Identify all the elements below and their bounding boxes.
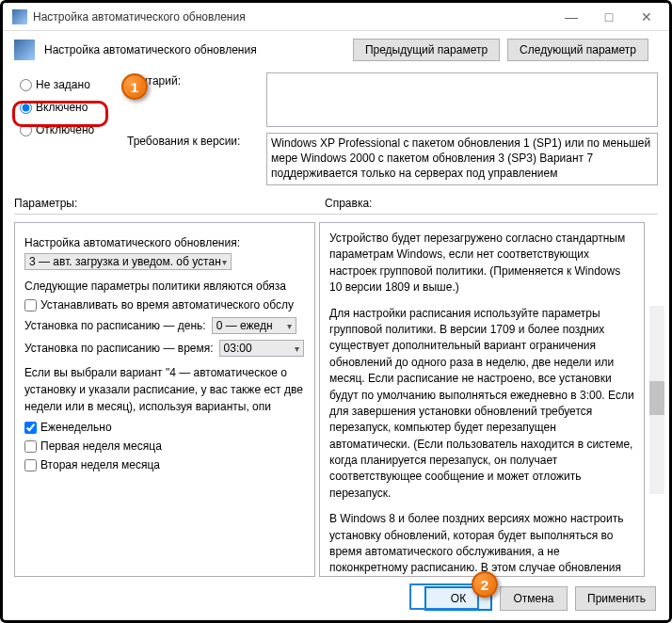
- policy-icon: [14, 40, 35, 60]
- param-option4-note: Если вы выбрали вариант "4 — автоматичес…: [24, 364, 307, 415]
- titlebar: Настройка автоматического обновления — □…: [3, 3, 669, 31]
- annotation-marker-1: 1: [121, 73, 148, 100]
- chk-second-week[interactable]: Вторая неделя месяца: [24, 458, 307, 471]
- chk-first-week-label: Первая неделя месяца: [40, 439, 162, 453]
- help-label: Справка:: [325, 197, 658, 210]
- footer: ОК Отмена Применить: [3, 577, 669, 620]
- chk-weekly[interactable]: Еженедельно: [24, 421, 307, 434]
- minimize-button[interactable]: —: [552, 3, 590, 31]
- scrollbar-thumb[interactable]: [649, 381, 664, 415]
- policy-title: Настройка автоматического обновления: [44, 43, 344, 56]
- close-button[interactable]: ✕: [628, 3, 665, 31]
- chevron-down-icon: ▾: [295, 343, 299, 354]
- chk-first-week-input[interactable]: [24, 440, 37, 453]
- param-mandatory-note: Следующие параметры политики являются об…: [24, 280, 307, 293]
- chk-install-during-maintenance[interactable]: Устанавливать во время автоматического о…: [24, 298, 307, 312]
- app-icon: [12, 9, 27, 24]
- chk-second-week-label: Вторая неделя месяца: [40, 458, 160, 471]
- help-para-2: Для настройки расписания используйте пар…: [329, 306, 634, 503]
- params-label: Параметры:: [14, 197, 325, 210]
- next-setting-button[interactable]: Следующий параметр: [507, 39, 648, 61]
- help-pane[interactable]: Устройство будет перезагружено согласно …: [319, 222, 645, 577]
- radio-disabled[interactable]: Отключено: [20, 123, 121, 136]
- maximize-button[interactable]: □: [590, 3, 628, 31]
- chk-install-during-maintenance-input[interactable]: [24, 299, 37, 312]
- radio-not-configured-label: Не задано: [36, 78, 90, 91]
- schedule-day-combo[interactable]: 0 — ежедн ▾: [212, 317, 296, 334]
- help-para-1: Устройство будет перезагружено согласно …: [329, 231, 634, 296]
- update-config-value: 3 — авт. загрузка и уведом. об устан: [29, 255, 221, 268]
- radio-disabled-label: Отключено: [36, 123, 94, 136]
- radio-disabled-input[interactable]: [20, 124, 32, 136]
- version-text: Windows XP Professional с пакетом обновл…: [271, 136, 650, 180]
- schedule-day-value: 0 — ежедн: [216, 319, 273, 332]
- chk-second-week-input[interactable]: [24, 459, 37, 471]
- version-label: Требования к версии:: [127, 133, 259, 185]
- apply-button[interactable]: Применить: [575, 586, 656, 611]
- radio-not-configured-input[interactable]: [20, 79, 32, 91]
- help-para-3: В Windows 8 и более поздних версиях можн…: [329, 511, 634, 577]
- comment-input[interactable]: [266, 72, 658, 127]
- schedule-time-combo[interactable]: 03:00 ▾: [219, 340, 304, 357]
- header: Настройка автоматического обновления Пре…: [3, 31, 669, 69]
- param-schedule-time-label: Установка по расписанию — время:: [24, 342, 214, 355]
- chevron-down-icon: ▾: [222, 257, 227, 267]
- version-requirements[interactable]: Windows XP Professional с пакетом обновл…: [266, 133, 658, 185]
- param-schedule-day-label: Установка по расписанию — день:: [24, 319, 206, 332]
- comment-label: ментарий:: [127, 72, 259, 127]
- chevron-down-icon: ▾: [287, 321, 292, 331]
- outer-scrollbar[interactable]: [648, 222, 665, 577]
- annotation-marker-2: 2: [472, 571, 498, 598]
- schedule-time-value: 03:00: [224, 342, 252, 355]
- radio-enabled-input[interactable]: [20, 102, 32, 114]
- window-title: Настройка автоматического обновления: [33, 10, 552, 24]
- radio-not-configured[interactable]: Не задано: [20, 78, 121, 91]
- radio-enabled-label: Включено: [36, 101, 88, 114]
- scrollbar-track[interactable]: [649, 306, 664, 494]
- chk-weekly-input[interactable]: [24, 422, 37, 434]
- chk-install-during-maintenance-label: Устанавливать во время автоматического о…: [40, 298, 294, 312]
- update-config-combo[interactable]: 3 — авт. загрузка и уведом. об устан ▾: [24, 253, 232, 270]
- chk-first-week[interactable]: Первая неделя месяца: [24, 439, 307, 453]
- param-update-config-label: Настройка автоматического обновления:: [24, 236, 307, 249]
- state-radio-group: Не задано Включено Отключено: [20, 72, 121, 185]
- chk-weekly-label: Еженедельно: [40, 421, 112, 434]
- params-pane[interactable]: Настройка автоматического обновления: 3 …: [14, 222, 315, 577]
- cancel-button[interactable]: Отмена: [500, 586, 568, 611]
- divider: [14, 214, 658, 215]
- radio-enabled[interactable]: Включено: [20, 101, 121, 114]
- prev-setting-button[interactable]: Предыдущий параметр: [353, 39, 500, 61]
